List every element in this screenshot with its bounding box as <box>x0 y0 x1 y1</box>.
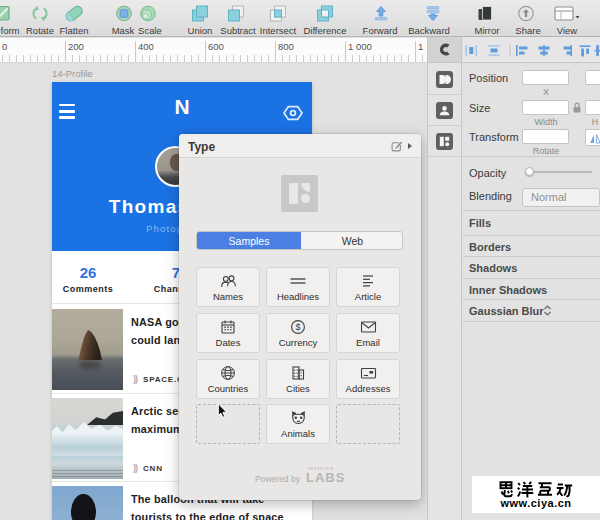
svg-text:$: $ <box>295 322 300 332</box>
svg-text:LABS: LABS <box>306 470 345 484</box>
